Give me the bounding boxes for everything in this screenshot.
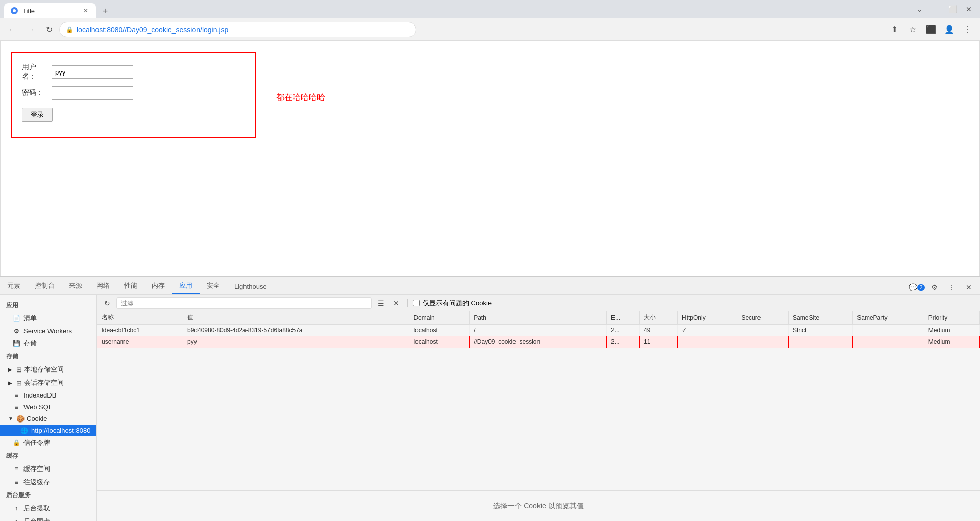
storage-icon: 💾 [12, 340, 20, 347]
sidebar-item-cache-storage[interactable]: ≡ 缓存空间 [0, 462, 96, 476]
page-message: 都在哈哈哈哈 [276, 92, 325, 103]
profile-button[interactable]: 👤 [941, 21, 958, 38]
devtools-body: 应用 📄 清单 ⚙ Service Workers 💾 存储 存储 [0, 295, 980, 521]
tab-network[interactable]: 网络 [89, 278, 117, 294]
sidebar-item-storage[interactable]: 💾 存储 [0, 337, 96, 350]
tab-sources[interactable]: 来源 [62, 278, 89, 294]
window-close-button[interactable]: ✕ [962, 2, 976, 16]
trust-token-icon: 🔒 [12, 439, 20, 446]
address-bar[interactable]: 🔒 localhost:8080//Day09_cookie_session/l… [59, 22, 416, 37]
tab-lighthouse[interactable]: Lighthouse [227, 280, 274, 294]
devtools-right-controls: 💬 2 ⚙ ⋮ ✕ [910, 280, 980, 294]
new-tab-button[interactable]: + [98, 4, 112, 18]
col-header-samesite: SameSite [789, 311, 853, 325]
tab-performance[interactable]: 性能 [117, 278, 144, 294]
sidebar-bg-fetch-label: 后台提取 [23, 504, 50, 513]
table-row[interactable]: Idea-cbf1cbc1b9d40980-80d9-4d2a-8319-57d… [97, 325, 980, 336]
devtools-issues-button[interactable]: 💬 2 [910, 280, 924, 294]
sidebar-back-forward-cache-label: 往返缓存 [23, 478, 50, 487]
sidebar-section-backend: 后台服务 [0, 489, 96, 502]
clear-filter-button[interactable]: ✕ [390, 297, 402, 309]
col-header-value: 值 [183, 311, 409, 325]
col-header-secure: Secure [737, 311, 789, 325]
refresh-cookie-button[interactable]: ↻ [101, 297, 113, 309]
extension-button[interactable]: ⬛ [923, 21, 939, 38]
cookie-table-body: Idea-cbf1cbc1b9d40980-80d9-4d2a-8319-57d… [97, 325, 980, 348]
window-maximize-button[interactable]: ⬜ [945, 2, 960, 16]
sidebar-item-back-forward-cache[interactable]: ≡ 往返缓存 [0, 476, 96, 489]
devtools-sidebar: 应用 📄 清单 ⚙ Service Workers 💾 存储 存储 [0, 295, 97, 521]
table-cell: //Day09_cookie_session [470, 336, 607, 348]
tab-close-button[interactable]: ✕ [82, 7, 90, 15]
sidebar-item-trust-token[interactable]: 🔒 信任令牌 [0, 436, 96, 450]
col-header-sameparty: SameParty [853, 311, 924, 325]
devtools-settings-button[interactable]: ⚙ [927, 280, 941, 294]
cookie-filter-input[interactable] [116, 297, 372, 309]
sidebar-item-indexeddb[interactable]: ≡ IndexedDB [0, 389, 96, 401]
sidebar-item-background-fetch[interactable]: ↑ 后台提取 [0, 502, 96, 515]
cookie-table-container: 名称 值 Domain Path E... 大小 HttpOnly Secure… [97, 311, 980, 490]
show-issues-checkbox[interactable] [413, 300, 420, 306]
arrow-icon: ▶ [8, 367, 14, 373]
sidebar-item-cookie-group[interactable]: ▼ 🍪 Cookie [0, 413, 96, 425]
sidebar-item-websql[interactable]: ≡ Web SQL [0, 401, 96, 413]
menu-button[interactable]: ⋮ [960, 21, 976, 38]
table-cell [677, 336, 737, 348]
toolbar-separator [407, 299, 408, 307]
sidebar-item-background-sync[interactable]: ↑ 后台同步 [0, 515, 96, 521]
toolbar-right: ⬆ ☆ ⬛ 👤 ⋮ [886, 21, 976, 38]
window-minimize-button[interactable]: — [929, 2, 943, 16]
cookie-group-icon: 🍪 [16, 415, 24, 423]
password-input[interactable] [52, 86, 133, 100]
table-cell: pyy [183, 336, 409, 348]
sidebar-item-session-storage[interactable]: ▶ ⊞ 会话存储空间 [0, 376, 96, 389]
title-bar-controls: ⌄ — ⬜ ✕ [909, 2, 980, 16]
forward-button[interactable]: → [22, 21, 39, 38]
tab-memory[interactable]: 内存 [144, 278, 172, 294]
localhost-icon: 🌐 [20, 427, 28, 434]
reload-button[interactable]: ↻ [41, 21, 57, 38]
sidebar-service-workers-label: Service Workers [23, 327, 72, 335]
sidebar-item-service-workers[interactable]: ⚙ Service Workers [0, 325, 96, 337]
window-collapse-button[interactable]: ⌄ [913, 2, 927, 16]
websql-icon: ≡ [12, 404, 20, 411]
cookie-table: 名称 值 Domain Path E... 大小 HttpOnly Secure… [97, 311, 980, 348]
table-cell: b9d40980-80d9-4d2a-8319-57d6fa88c57a [183, 325, 409, 336]
table-cell: Medium [924, 336, 979, 348]
devtools-more-button[interactable]: ⋮ [944, 280, 959, 294]
indexeddb-icon: ≡ [12, 392, 20, 399]
sidebar-storage-label: 存储 [23, 339, 37, 348]
bookmark-button[interactable]: ☆ [904, 21, 921, 38]
manifest-icon: 📄 [12, 315, 20, 322]
sidebar-trust-token-label: 信任令牌 [23, 438, 50, 448]
back-button[interactable]: ← [4, 21, 20, 38]
sidebar-local-storage-label: 本地存储空间 [24, 365, 64, 374]
browser-tab[interactable]: Title ✕ [4, 3, 96, 18]
tab-console[interactable]: 控制台 [28, 278, 62, 294]
table-cell: username [97, 336, 183, 348]
tab-elements[interactable]: 元素 [0, 278, 28, 294]
login-button[interactable]: 登录 [22, 108, 53, 122]
tab-security[interactable]: 安全 [200, 278, 227, 294]
table-cell [853, 336, 924, 348]
sidebar-item-manifest[interactable]: 📄 清单 [0, 312, 96, 325]
cookie-arrow-icon: ▼ [8, 416, 14, 421]
table-cell: Medium [924, 325, 979, 336]
devtools-close-button[interactable]: ✕ [962, 280, 976, 294]
col-header-name: 名称 [97, 311, 183, 325]
title-bar: Title ✕ + ⌄ — ⬜ ✕ [0, 0, 980, 18]
url-display: localhost:8080//Day09_cookie_session/log… [77, 26, 410, 34]
table-row[interactable]: usernamepyylocalhost//Day09_cookie_sessi… [97, 336, 980, 348]
sidebar-item-local-storage[interactable]: ▶ ⊞ 本地存储空间 [0, 363, 96, 376]
sidebar-bg-sync-label: 后台同步 [23, 517, 50, 521]
share-button[interactable]: ⬆ [886, 21, 902, 38]
col-header-expires: E... [607, 311, 640, 325]
username-input[interactable] [52, 65, 133, 79]
filter-options-button[interactable]: ☰ [375, 297, 387, 309]
table-cell: localhost [409, 325, 470, 336]
sidebar-item-localhost[interactable]: 🌐 http://localhost:8080 [0, 425, 96, 436]
table-cell: Strict [789, 325, 853, 336]
tab-title: Title [22, 7, 78, 15]
password-row: 密码： [22, 86, 244, 100]
tab-application[interactable]: 应用 [172, 278, 200, 294]
